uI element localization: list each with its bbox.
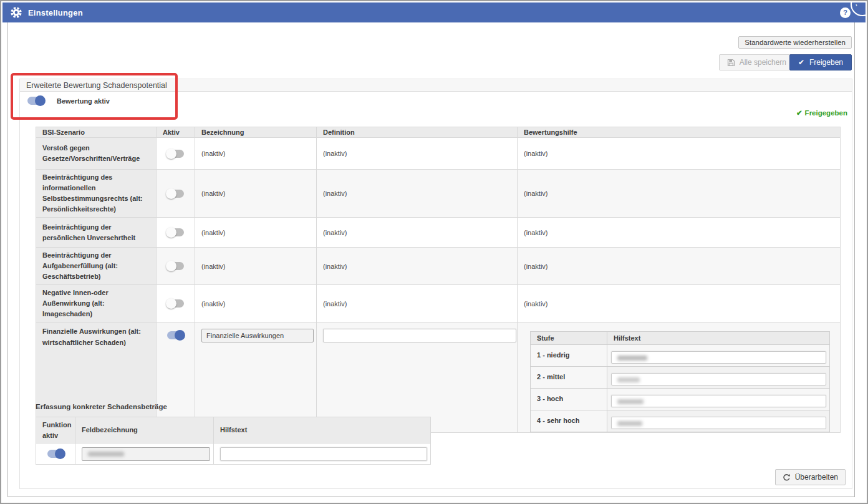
- definition-value: (inaktiv): [323, 229, 347, 236]
- panel-header-label: Erweiterte Bewertung Schadenspotential: [26, 81, 167, 90]
- table-row: Negative Innen-oder Außenwirkung (alt: I…: [36, 285, 841, 322]
- row-toggle[interactable]: [167, 228, 184, 236]
- row-toggle[interactable]: [167, 262, 184, 270]
- definition-input[interactable]: [323, 329, 516, 342]
- stufe-row: 2 - mittel: [531, 367, 830, 389]
- stufe-col-header: Stufe: [531, 332, 607, 345]
- bewertungshilfe-value: (inaktiv): [524, 300, 548, 308]
- refresh-icon: [783, 473, 791, 482]
- bezeichnung-value: (inaktiv): [201, 263, 226, 270]
- bezeichnung-value: (inaktiv): [201, 150, 226, 157]
- bewertungshilfe-value: (inaktiv): [524, 190, 548, 197]
- bezeichnung-input[interactable]: [201, 329, 314, 342]
- szenario-label: Beeinträchtigung der persönlichen Unvers…: [36, 218, 157, 248]
- save-all-button[interactable]: Alle speichern: [719, 54, 794, 70]
- table-row: Beeinträchtigung des informationellen Se…: [36, 170, 841, 218]
- stufe-hilfstext-input[interactable]: [611, 351, 826, 364]
- table-row: Beeinträchtigung der persönlichen Unvers…: [36, 218, 841, 248]
- schadenspotential-panel: Erweiterte Bewertung Schadenspotential B…: [19, 79, 852, 489]
- row-toggle[interactable]: [167, 190, 184, 198]
- hilfstext-col-header: Hilfstext: [607, 332, 830, 345]
- definition-value: (inaktiv): [323, 150, 347, 157]
- release-button[interactable]: ✔ Freigeben: [789, 54, 852, 70]
- help-icon[interactable]: ?: [840, 7, 851, 18]
- stufe-row: 4 - sehr hoch: [531, 410, 830, 432]
- schadensbetraege-row: [36, 443, 431, 465]
- table-header-row: BSI-Szenario Aktiv Bezeichnung Definitio…: [36, 127, 841, 138]
- app-window: Einstellungen ? › Standardwerte wiederhe…: [0, 0, 868, 504]
- checkmark-icon: ✔: [798, 58, 804, 67]
- restore-defaults-label: Standardwerte wiederherstellen: [745, 39, 846, 46]
- row-toggle[interactable]: [167, 150, 184, 158]
- bezeichnung-value: (inaktiv): [201, 300, 226, 308]
- stufe-label: 2 - mittel: [531, 367, 607, 389]
- schadensbetraege-heading: Erfassung konkreter Schadensbeträge: [36, 403, 167, 410]
- row-toggle[interactable]: [167, 299, 184, 308]
- bezeichnung-value: (inaktiv): [201, 229, 226, 236]
- feldbezeichnung-col-header: Feldbezeichnung: [75, 417, 214, 443]
- definition-value: (inaktiv): [323, 190, 347, 197]
- bewertung-aktiv-toggle[interactable]: [27, 97, 44, 105]
- titlebar: Einstellungen ? ›: [2, 2, 866, 22]
- stufe-header-row: Stufe Hilfstext: [531, 332, 830, 345]
- schadensbetraege-header-row: Funktion aktiv Feldbezeichnung Hilfstext: [36, 417, 431, 443]
- panel-header: Erweiterte Bewertung Schadenspotential: [20, 79, 852, 92]
- status-badge: ✔ Freigegeben: [796, 109, 847, 117]
- hilfstext-input[interactable]: [220, 447, 427, 461]
- stufe-hilfstext-input[interactable]: [611, 373, 826, 385]
- bsi-szenario-table: BSI-Szenario Aktiv Bezeichnung Definitio…: [36, 127, 841, 433]
- col-header-bezeichnung: Bezeichnung: [195, 127, 317, 138]
- col-header-aktiv: Aktiv: [157, 127, 195, 138]
- settings-card: Standardwerte wiederherstellen Alle spei…: [7, 22, 855, 497]
- restore-defaults-button[interactable]: Standardwerte wiederherstellen: [738, 36, 852, 49]
- stufe-row: 1 - niedrig: [531, 345, 830, 367]
- rework-label: Überarbeiten: [795, 473, 838, 482]
- stufe-hilfstext-input[interactable]: [611, 395, 826, 407]
- master-toggle-row: Bewertung aktiv: [27, 97, 110, 105]
- szenario-label: Beeinträchtigung des informationellen Se…: [36, 170, 157, 218]
- bezeichnung-value: (inaktiv): [201, 190, 226, 197]
- col-header-definition: Definition: [317, 127, 518, 138]
- szenario-label: Verstoß gegen Gesetze/Vorschriften/Vertr…: [36, 138, 157, 170]
- release-label: Freigeben: [809, 58, 843, 67]
- funktion-aktiv-toggle[interactable]: [47, 450, 64, 458]
- bewertungshilfe-value: (inaktiv): [524, 229, 548, 236]
- funktion-aktiv-col-header: Funktion aktiv: [36, 417, 75, 443]
- bewertung-aktiv-label: Bewertung aktiv: [57, 97, 110, 105]
- bewertungshilfe-value: (inaktiv): [524, 150, 548, 157]
- floppy-icon: [727, 59, 735, 67]
- page-title: Einstellungen: [28, 8, 83, 17]
- stufe-label: 1 - niedrig: [531, 345, 607, 367]
- definition-value: (inaktiv): [323, 263, 347, 270]
- save-all-label: Alle speichern: [740, 58, 786, 67]
- hilfstext-col-header: Hilfstext: [214, 417, 431, 443]
- status-label: Freigegeben: [805, 109, 847, 117]
- stufe-row: 3 - hoch: [531, 389, 830, 410]
- col-header-bewertungshilfe: Bewertungshilfe: [518, 127, 841, 138]
- corner-widget-icon[interactable]: ›: [851, 2, 866, 16]
- definition-value: (inaktiv): [323, 300, 347, 308]
- status-check-icon: ✔: [796, 109, 803, 117]
- stufe-table: Stufe Hilfstext 1 - niedrig: [530, 331, 830, 432]
- stufe-label: 3 - hoch: [531, 389, 607, 410]
- stufe-label: 4 - sehr hoch: [531, 410, 607, 432]
- table-row: Beeinträchtigung der Aufgabenerfüllung (…: [36, 248, 841, 285]
- row-toggle[interactable]: [167, 331, 184, 339]
- schadensbetraege-table: Funktion aktiv Feldbezeichnung Hilfstext: [36, 417, 431, 465]
- table-row: Verstoß gegen Gesetze/Vorschriften/Vertr…: [36, 138, 841, 170]
- gear-icon: [10, 6, 22, 19]
- bewertungshilfe-value: (inaktiv): [524, 263, 548, 270]
- col-header-szenario: BSI-Szenario: [36, 127, 157, 138]
- szenario-label: Beeinträchtigung der Aufgabenerfüllung (…: [36, 248, 157, 285]
- feldbezeichnung-input[interactable]: [82, 447, 210, 461]
- stufe-hilfstext-input[interactable]: [611, 417, 826, 429]
- rework-button[interactable]: Überarbeiten: [775, 469, 846, 485]
- szenario-label: Negative Innen-oder Außenwirkung (alt: I…: [36, 285, 157, 322]
